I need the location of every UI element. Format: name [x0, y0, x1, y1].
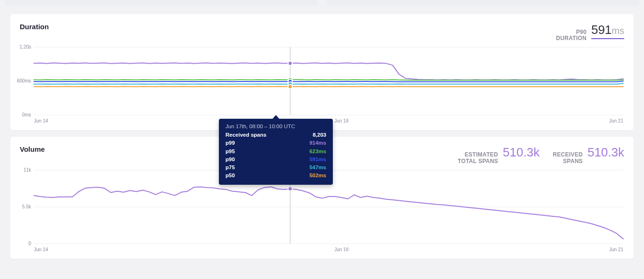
stat-label: RECEIVED SPANS — [553, 152, 583, 164]
tooltip-row: p90591ms — [225, 156, 326, 164]
duration-stat-p90[interactable]: P90 DURATION 591ms — [556, 23, 624, 41]
svg-text:Jun 21: Jun 21 — [609, 118, 623, 123]
stat-label: P90 DURATION — [556, 29, 587, 41]
tooltip-title: Jun 17th, 08:00 – 10:00 UTC — [225, 123, 326, 129]
svg-text:11k: 11k — [24, 167, 32, 172]
stat-label: ESTIMATED TOTAL SPANS — [458, 152, 498, 164]
svg-text:Jun 14: Jun 14 — [34, 247, 48, 252]
header-placeholder — [0, 0, 644, 8]
svg-text:Jun 18: Jun 18 — [334, 118, 348, 123]
svg-text:Jun 18: Jun 18 — [334, 247, 348, 252]
duration-chart[interactable]: 0ms600ms1.20sJun 14Jun 18Jun 21 — [10, 44, 634, 130]
tooltip-row: p99914ms — [225, 139, 326, 147]
tooltip-row: p75547ms — [225, 164, 326, 172]
tooltip-row: p50502ms — [225, 172, 326, 180]
svg-text:600ms: 600ms — [17, 78, 31, 83]
svg-text:5.5k: 5.5k — [22, 204, 32, 209]
svg-point-14 — [288, 85, 292, 89]
duration-title: Duration — [20, 23, 49, 31]
tooltip-row: Received spans8,203 — [225, 131, 326, 139]
volume-stat-received[interactable]: RECEIVED SPANS 510.3k — [553, 145, 624, 164]
duration-panel: Duration P90 DURATION 591ms 0ms600ms1.20… — [10, 14, 634, 130]
svg-text:1.20s: 1.20s — [20, 44, 31, 49]
svg-point-25 — [288, 187, 292, 191]
volume-stat-estimated[interactable]: ESTIMATED TOTAL SPANS 510.3k — [458, 145, 539, 164]
stat-value: 591ms — [591, 23, 624, 39]
tooltip-row: p95623ms — [225, 148, 326, 156]
stat-value: 510.3k — [503, 145, 539, 160]
volume-stats: ESTIMATED TOTAL SPANS 510.3k RECEIVED SP… — [458, 145, 624, 164]
svg-text:0ms: 0ms — [22, 112, 31, 117]
svg-point-10 — [288, 61, 292, 66]
chart-tooltip: Jun 17th, 08:00 – 10:00 UTC Received spa… — [219, 119, 333, 185]
volume-title: Volume — [20, 145, 45, 153]
stat-value: 510.3k — [588, 145, 624, 160]
svg-text:Jun 14: Jun 14 — [34, 118, 48, 123]
svg-text:0: 0 — [28, 241, 31, 246]
duration-stats: P90 DURATION 591ms — [556, 23, 624, 41]
svg-text:Jun 21: Jun 21 — [609, 247, 623, 252]
